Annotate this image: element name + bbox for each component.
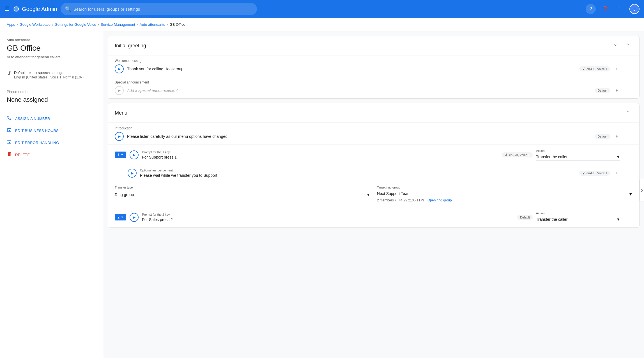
- ring-group-name: Next Support Team: [377, 191, 411, 196]
- menu-title: Menu: [115, 110, 127, 116]
- introduction-content: ▶ Please listen carefully as our menu op…: [115, 132, 633, 141]
- search-bar[interactable]: 🔍: [61, 3, 257, 15]
- top-bar: ☰ Google Admin 🔍 ? ❓ ⋮ J: [0, 0, 644, 18]
- sidebar-divider-2: [7, 84, 96, 84]
- initial-greeting-card: Initial greeting ? ⌃ Welcome message ▶ T…: [108, 36, 640, 99]
- special-more-icon[interactable]: ⋮: [624, 86, 633, 95]
- key1-play-button[interactable]: ▶: [130, 150, 139, 159]
- key1-action-select[interactable]: Transfer the caller ▼: [536, 154, 620, 161]
- search-icon: 🔍: [65, 6, 71, 12]
- menu-header: Menu ⌃: [108, 103, 639, 123]
- breadcrumb: Apps › Google Workspace › Settings for G…: [0, 18, 644, 31]
- tts-settings: Default text-to-speech settings English …: [7, 71, 96, 79]
- key2-action-select[interactable]: Transfer the caller ▼: [536, 216, 620, 223]
- sidebar-divider-3: [7, 108, 96, 108]
- key2-action-label: Action: [536, 211, 620, 215]
- introduction-badge: Default: [595, 134, 610, 139]
- key2-number: 2: [118, 215, 119, 219]
- key1-voice-actions: en-GB, Voice 1: [502, 152, 533, 157]
- special-announcement-row: Special announcement ▶ Add a special ann…: [108, 77, 639, 98]
- target-ring-group-value: Next Support Team: [377, 191, 411, 197]
- sidebar-subtitle: Auto attendant for general callers: [7, 55, 96, 59]
- breadcrumb-workspace[interactable]: Google Workspace: [20, 22, 50, 27]
- special-play-button[interactable]: ▶: [115, 86, 124, 95]
- edit-business-hours-label: EDIT BUSINESS HOURS: [15, 129, 59, 133]
- key2-chevron: ▼: [121, 216, 123, 219]
- key1-action-chevron: ▼: [616, 155, 620, 159]
- introduction-add-icon[interactable]: +: [612, 132, 621, 141]
- assign-number-button[interactable]: ASSIGN A NUMBER: [7, 113, 96, 125]
- content-area: Initial greeting ? ⌃ Welcome message ▶ T…: [103, 31, 644, 358]
- initial-greeting-collapse-icon[interactable]: ⌃: [622, 41, 633, 51]
- introduction-text: Please listen carefully as our menu opti…: [127, 134, 591, 139]
- key1-action-label: Action: [536, 149, 620, 152]
- ring-group-members: 2 members • +44 29 2105 1179: [377, 198, 424, 202]
- initial-greeting-title: Initial greeting: [115, 43, 146, 49]
- breadcrumb-service-management[interactable]: Service Management: [101, 22, 135, 27]
- key2-voice-badge: Default: [517, 215, 533, 220]
- question-icon[interactable]: ❓: [600, 4, 610, 14]
- key1-badge[interactable]: 1 ▼: [115, 152, 126, 158]
- introduction-row: Introduction ▶ Please listen carefully a…: [108, 123, 639, 144]
- key2-action-value: Transfer the caller: [536, 217, 567, 222]
- welcome-more-icon[interactable]: ⋮: [624, 64, 633, 73]
- special-voice-badge: Default: [595, 88, 610, 93]
- target-ring-group-area: Next Support Team ▼: [377, 191, 633, 198]
- edit-error-handling-label: EDIT ERROR HANDLING: [15, 141, 59, 145]
- key2-badge[interactable]: 2 ▼: [115, 214, 126, 220]
- top-bar-right: ? ❓ ⋮ J: [586, 4, 640, 14]
- breadcrumb-apps[interactable]: Apps: [7, 22, 15, 27]
- key1-number: 1: [118, 153, 119, 157]
- key1-optional-text: Please wait while we transfer you to Sup…: [140, 173, 576, 178]
- transfer-type-select[interactable]: Ring group ▼: [115, 191, 370, 198]
- initial-greeting-help-icon[interactable]: ?: [610, 41, 620, 51]
- edit-business-hours-button[interactable]: EDIT BUSINESS HOURS: [7, 125, 96, 137]
- key1-optional-add-icon[interactable]: +: [612, 169, 621, 178]
- edit-error-handling-button[interactable]: EDIT ERROR HANDLING: [7, 137, 96, 149]
- breadcrumb-sep-1: ›: [17, 23, 18, 27]
- key1-row: 1 ▼ ▶ Prompt for the 1 key For Support p…: [108, 144, 639, 165]
- search-input[interactable]: [73, 7, 252, 11]
- avatar[interactable]: J: [629, 4, 640, 14]
- key1-chevron: ▼: [121, 153, 123, 156]
- initial-greeting-header: Initial greeting ? ⌃: [108, 36, 639, 55]
- key2-voice-actions: Default: [517, 215, 533, 220]
- introduction-play-button[interactable]: ▶: [115, 132, 124, 141]
- target-ring-group-chevron[interactable]: ▼: [629, 192, 633, 196]
- logo: Google Admin: [13, 6, 57, 12]
- special-add-icon[interactable]: +: [612, 86, 621, 95]
- breadcrumb-voice-settings[interactable]: Settings for Google Voice: [55, 22, 96, 27]
- key1-optional-play-button[interactable]: ▶: [128, 169, 137, 178]
- key1-optional-content: Optional announcement Please wait while …: [140, 169, 576, 178]
- auto-attendant-label: Auto attendant: [7, 38, 96, 42]
- delete-icon: [7, 152, 12, 158]
- welcome-play-button[interactable]: ▶: [115, 64, 124, 73]
- open-ring-group-link[interactable]: Open ring group: [427, 198, 452, 202]
- key2-play-button[interactable]: ▶: [130, 213, 139, 222]
- key1-optional-label: Optional announcement: [140, 169, 576, 172]
- calendar-icon: [7, 127, 12, 134]
- breadcrumb-auto-attendants[interactable]: Auto attendants: [140, 22, 165, 27]
- key1-prompt-area: Prompt for the 1 key For Support press 1: [142, 150, 498, 159]
- key1-more-icon[interactable]: ⋮: [624, 150, 633, 159]
- transfer-details-row: Transfer type Ring group ▼ Target ring g…: [108, 181, 639, 207]
- key1-action-value: Transfer the caller: [536, 155, 567, 159]
- help-icon[interactable]: ?: [586, 4, 596, 14]
- key1-optional-more-icon[interactable]: ⋮: [624, 169, 633, 178]
- key2-prompt-text: For Sales press 2: [142, 217, 514, 222]
- collapse-panel[interactable]: ❯: [640, 179, 644, 201]
- key2-more-icon[interactable]: ⋮: [624, 213, 633, 222]
- special-announcement-content: ▶ Add a special announcement Default + ⋮: [115, 86, 633, 95]
- menu-collapse-icon[interactable]: ⌃: [622, 108, 633, 118]
- introduction-more-icon[interactable]: ⋮: [624, 132, 633, 141]
- welcome-add-icon[interactable]: +: [612, 64, 621, 73]
- menu-icon[interactable]: ☰: [4, 6, 10, 12]
- welcome-message-label: Welcome message: [115, 59, 633, 63]
- breadcrumb-sep-4: ›: [137, 23, 138, 27]
- delete-button[interactable]: DELETE: [7, 149, 96, 161]
- welcome-voice-badge: en-GB, Voice 1: [579, 66, 610, 71]
- key1-voice-text: en-GB, Voice 1: [509, 153, 530, 157]
- key2-action-chevron: ▼: [616, 217, 620, 222]
- apps-grid-icon[interactable]: ⋮: [615, 4, 625, 14]
- phone-numbers-label: Phone numbers: [7, 90, 96, 94]
